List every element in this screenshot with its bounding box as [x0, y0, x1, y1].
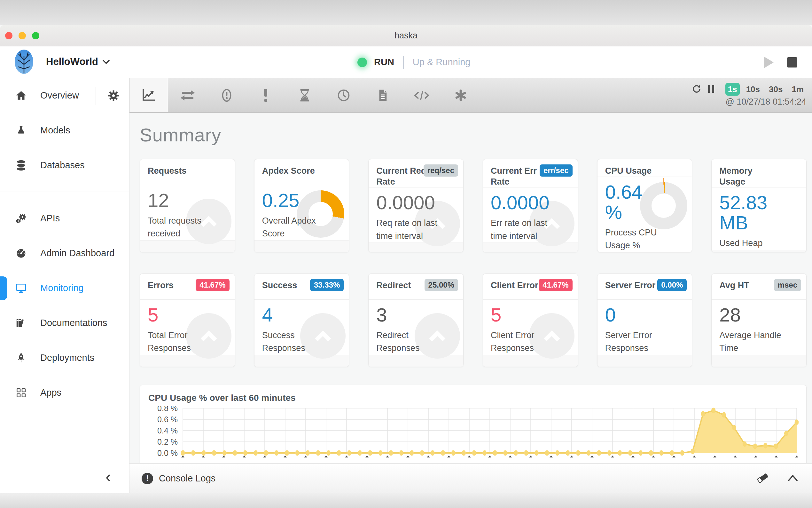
last-refresh-timestamp: @ 10/27/18 01:54:24	[725, 97, 806, 107]
interval-button-30s[interactable]: 30s	[766, 83, 785, 96]
card-footer	[712, 355, 806, 367]
card-value: 52.83 MB	[719, 193, 769, 233]
toolbar-tab-chart-line[interactable]	[129, 78, 168, 112]
card-subtitle: Process CPU Usage %	[605, 226, 669, 252]
metric-card-apdex-score: Apdex Score0.25Overall Apdex Score	[254, 159, 349, 252]
card-title: Memory Usage	[719, 166, 775, 187]
page-title: Summary	[140, 124, 807, 145]
sidebar-collapse-button[interactable]: ‹	[105, 467, 111, 486]
metric-card-cpu-usage: CPU Usage0.64 %Process CPU Usage %	[597, 159, 692, 252]
project-selector[interactable]: HelloWorld	[14, 49, 110, 75]
toolbar-tab-exclamation[interactable]	[246, 78, 285, 112]
card-value: 0	[605, 305, 655, 325]
card-subtitle: Client Error Responses	[491, 329, 555, 355]
metric-card-client-error: Client Error41.67%5Client Error Response…	[483, 273, 578, 367]
card-footer	[369, 243, 463, 252]
minimize-window-button[interactable]	[18, 32, 26, 39]
card-footer	[598, 355, 692, 367]
refresh-interval-controls: 1s10s30s1m	[691, 84, 806, 95]
toolbar-tab-error-oval[interactable]	[207, 78, 246, 112]
interval-button-10s[interactable]: 10s	[744, 83, 762, 96]
toolbar-tab-exchange-arrows[interactable]	[168, 78, 207, 112]
active-nav-indicator	[0, 277, 7, 300]
zoom-window-button[interactable]	[32, 32, 39, 39]
close-window-button[interactable]	[5, 32, 12, 39]
run-status-group: RUN Up & Running	[357, 46, 470, 78]
metric-card-server-error: Server Error0.00%0Server Error Responses	[597, 273, 692, 367]
monitoring-toolbar: 1s10s30s1m @ 10/27/18 01:54:24	[130, 78, 812, 113]
card-subtitle: Server Error Responses	[605, 329, 669, 355]
card-title: Apdex Score	[262, 166, 318, 177]
card-subtitle: Average Handle Time	[719, 329, 783, 355]
sidebar-item-documentations[interactable]: Documentations	[0, 305, 129, 340]
svg-text:0.0 %: 0.0 %	[157, 449, 178, 458]
card-footer	[140, 240, 235, 252]
rocket-icon	[15, 352, 28, 364]
interval-button-1s[interactable]: 1s	[725, 83, 740, 96]
sidebar-item-deployments[interactable]: Deployments	[0, 340, 129, 375]
refresh-icon[interactable]	[691, 84, 701, 95]
chevron-down-icon	[102, 59, 110, 65]
card-value: 5	[148, 305, 197, 325]
sidebar-item-label: APIs	[40, 213, 60, 224]
stop-button[interactable]	[787, 57, 797, 68]
metric-card-current-req-rate: Current Req Ratereq/sec0.0000Req rate on…	[368, 159, 464, 252]
card-footer	[140, 355, 235, 367]
divider	[96, 87, 96, 104]
card-badge: 33.33%	[310, 279, 344, 291]
card-title: CPU Usage	[605, 166, 661, 177]
cpu-usage-area-chart: 0.8 %0.6 %0.4 %0.2 %0.0 %	[148, 406, 798, 464]
metric-card-redirect: Redirect25.00%3Redirect Responses	[368, 273, 464, 367]
sidebar-item-apps[interactable]: Apps	[0, 375, 129, 410]
console-logs-bar[interactable]: Console Logs	[130, 463, 812, 493]
sidebar-divider	[0, 192, 129, 192]
card-value: 3	[376, 305, 426, 325]
card-subtitle: Req rate on last time interval	[376, 217, 440, 243]
gauge-icon	[15, 247, 28, 259]
interval-button-1m[interactable]: 1m	[789, 83, 806, 96]
settings-gear-icon[interactable]	[107, 90, 120, 102]
toolbar-tab-code[interactable]	[402, 78, 441, 112]
status-dot-icon	[357, 57, 367, 67]
books-icon	[15, 318, 28, 329]
home-icon	[15, 90, 28, 101]
app-header: HelloWorld RUN Up & Running	[0, 46, 812, 78]
svg-text:0.4 %: 0.4 %	[157, 426, 178, 435]
card-subtitle: Success Responses	[262, 329, 326, 355]
svg-text:0.8 %: 0.8 %	[157, 406, 178, 413]
clear-console-eraser-icon[interactable]	[756, 471, 770, 486]
sidebar-item-databases[interactable]: Databases	[0, 148, 129, 183]
card-subtitle: Overall Apdex Score	[262, 214, 326, 240]
sidebar-item-label: Deployments	[40, 352, 94, 363]
sidebar-item-apis[interactable]: APIs	[0, 201, 129, 236]
card-footer	[483, 243, 578, 252]
card-footer	[483, 355, 578, 367]
project-name: HelloWorld	[46, 56, 98, 68]
card-value: 0.25	[262, 190, 312, 211]
expand-console-chevron-up-icon[interactable]	[786, 473, 799, 484]
sidebar-nav: OverviewModelsDatabasesAPIsAdmin Dashboa…	[0, 78, 130, 493]
sidebar-item-models[interactable]: Models	[0, 113, 129, 148]
card-title: Success	[262, 280, 318, 291]
card-footer	[254, 240, 349, 252]
console-logs-label: Console Logs	[159, 473, 216, 484]
toolbar-tab-hourglass[interactable]	[285, 78, 324, 112]
card-subtitle: Total Error Responses	[148, 329, 211, 355]
gears-icon	[15, 212, 28, 224]
toolbar-tab-asterisk[interactable]	[441, 78, 480, 112]
sidebar-item-label: Monitoring	[40, 283, 84, 293]
sidebar-item-overview[interactable]: Overview	[0, 78, 129, 113]
sidebar-item-monitoring[interactable]: Monitoring	[0, 271, 129, 305]
sidebar-item-admin-dashboard[interactable]: Admin Dashboard	[0, 236, 129, 271]
metric-card-avg-ht: Avg HTmsec28Average Handle Time	[711, 273, 807, 367]
sidebar-item-label: Documentations	[40, 318, 107, 328]
metric-card-success: Success33.33%4Success Responses	[254, 273, 349, 367]
card-footer	[712, 250, 806, 252]
card-badge: msec	[774, 279, 801, 291]
pause-icon[interactable]	[708, 84, 715, 95]
card-title: Errors	[148, 280, 204, 291]
play-button[interactable]	[764, 57, 774, 68]
toolbar-tab-document[interactable]	[363, 78, 402, 112]
grid-icon	[15, 387, 28, 398]
toolbar-tab-clock[interactable]	[324, 78, 363, 112]
